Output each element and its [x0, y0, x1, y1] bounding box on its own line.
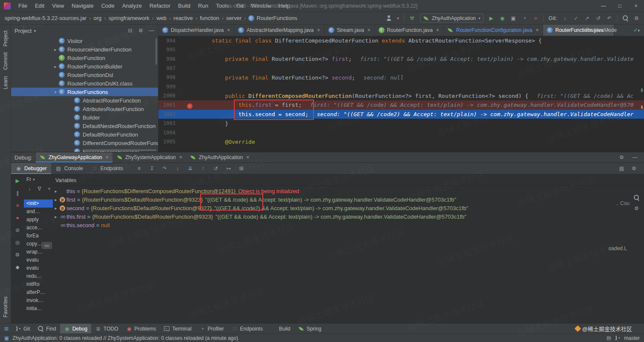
debug-tab-console[interactable]: ▤Console: [51, 163, 87, 174]
sort-icon[interactable]: ↓: [26, 186, 33, 192]
stop-icon[interactable]: ■: [532, 15, 539, 21]
git-branch-label[interactable]: master: [624, 335, 640, 341]
commit-icon[interactable]: ✓: [573, 15, 579, 21]
code-line[interactable]: 1003 }: [158, 119, 644, 128]
line-number[interactable]: 1004: [158, 130, 187, 136]
watches-toggle-badge[interactable]: oo: [42, 242, 52, 249]
breadcrumb-item[interactable]: spring-webflux-5.3.22-sources.jar: [4, 15, 87, 21]
line-number[interactable]: 999: [158, 84, 187, 90]
expand-icon[interactable]: ▸: [52, 206, 60, 211]
tree-item-routerfunctions[interactable]: ▾CRouterFunctions: [11, 88, 158, 96]
debug-tab-endpoints[interactable]: ∷Endpoints: [87, 163, 127, 174]
frames-header[interactable]: Fr ▾: [24, 175, 53, 184]
tree-expand-icon[interactable]: ▸: [52, 64, 59, 69]
settings-icon[interactable]: ⚙: [631, 165, 637, 172]
editor-tab[interactable]: CStream.java×: [325, 25, 375, 36]
profiler-icon[interactable]: ◔: [521, 15, 528, 21]
code-line[interactable]: 1001✓ this.first = first;first: "((GET &…: [158, 100, 644, 110]
menu-file[interactable]: File: [14, 0, 31, 12]
tree-item-routerfunctiondslkt-class[interactable]: CRouterFunctionDslKt.class: [11, 79, 158, 88]
run-icon[interactable]: ▶: [488, 15, 494, 21]
settings-icon[interactable]: ⚙: [633, 15, 640, 21]
debug-session-tab[interactable]: ZhyAuthApplication×: [186, 152, 253, 162]
stop-icon[interactable]: ■: [14, 202, 21, 208]
frame-item[interactable]: <init>: [24, 200, 53, 208]
menu-analyze[interactable]: Analyze: [118, 0, 146, 12]
close-icon[interactable]: ×: [317, 27, 320, 33]
project-panel-title[interactable]: Project: [14, 28, 32, 34]
expand-icon[interactable]: ▸: [52, 214, 60, 219]
hidden-tabs-icon[interactable]: ▾: [638, 28, 644, 33]
step-out-icon[interactable]: ↑: [200, 165, 206, 172]
tree-item-resourcehandlerfunction[interactable]: ▸CResourceHandlerFunction: [11, 45, 158, 54]
variable-row[interactable]: ▸pfirst={RouterFunctions$DefaultRouterFu…: [52, 195, 644, 204]
close-icon[interactable]: ×: [227, 27, 230, 33]
search-icon[interactable]: [633, 194, 640, 201]
settings-icon[interactable]: ⚙: [633, 205, 640, 211]
code-line[interactable]: 997: [158, 64, 644, 73]
debug-settings-icon[interactable]: ⚙: [14, 251, 21, 258]
expand-icon[interactable]: ▸: [52, 197, 60, 202]
toolwindow-button-build[interactable]: Build: [267, 324, 294, 333]
history-icon[interactable]: ↺: [595, 15, 601, 21]
code-line[interactable]: 1002 this.second = second;second: "((GET…: [158, 110, 644, 119]
debug-session-tab[interactable]: ZhyGatewayApplication×: [36, 152, 112, 162]
add-watch-icon[interactable]: +: [46, 186, 52, 192]
search-icon[interactable]: [622, 15, 629, 21]
frame-item[interactable]: forEa: [24, 232, 53, 240]
drop-frame-icon[interactable]: ↺: [213, 165, 219, 172]
evaluate-expression-icon[interactable]: ⊞: [238, 165, 244, 172]
settings-icon[interactable]: ⚙: [618, 154, 625, 161]
close-button[interactable]: ×: [628, 0, 644, 12]
code-line[interactable]: 994static final class DifferentComposedR…: [158, 36, 644, 46]
toolwindow-button-spring[interactable]: Spring: [294, 324, 325, 333]
breadcrumb-item[interactable]: server: [226, 15, 242, 21]
code-editor[interactable]: 994static final class DifferentComposedR…: [158, 36, 644, 147]
tree-item-defaultrouterfunction[interactable]: CDefaultRouterFunction: [11, 130, 158, 139]
toolwindow-quick-access-icon[interactable]: ⊞: [2, 326, 11, 332]
frame-item[interactable]: afterP…: [24, 288, 53, 296]
pin-icon[interactable]: ◆: [14, 264, 21, 270]
code-line[interactable]: 1004: [158, 128, 644, 137]
toolwindow-stripe-project[interactable]: Project: [3, 31, 9, 46]
editor-tab[interactable]: CAbstractHandlerMapping.java×: [234, 25, 324, 36]
tree-item-visitor[interactable]: CVisitor: [11, 37, 158, 45]
menu-build[interactable]: Build: [174, 0, 194, 12]
collapse-all-icon[interactable]: ⊟: [127, 28, 133, 34]
toolwindow-button-find[interactable]: Find: [34, 324, 60, 333]
view-breakpoints-icon[interactable]: ●: [14, 214, 21, 221]
force-step-into-icon[interactable]: ⇊: [187, 165, 193, 172]
tree-item-routerfunction[interactable]: IRouterFunction: [11, 54, 158, 62]
frame-item[interactable]: evalu: [24, 264, 53, 272]
project-vertical-scrollbar[interactable]: [155, 38, 157, 65]
debug-session-tab[interactable]: ZhySystemApplication×: [112, 152, 186, 162]
close-icon[interactable]: ×: [436, 27, 439, 33]
breadcrumb-item[interactable]: reactive: [173, 15, 193, 21]
line-number[interactable]: 1001✓: [158, 102, 187, 108]
hide-icon[interactable]: —: [148, 28, 155, 34]
update-icon[interactable]: ↓: [562, 15, 568, 21]
toolwindow-button-todo[interactable]: ≣TODO: [91, 324, 122, 333]
frame-item[interactable]: apply: [24, 216, 53, 224]
push-icon[interactable]: ↗: [584, 15, 590, 21]
toolwindow-button-problems[interactable]: ◉Problems: [122, 324, 160, 333]
code-line[interactable]: 1000 public DifferentComposedRouterFunct…: [158, 91, 644, 101]
project-horizontal-scrollbar[interactable]: [83, 149, 157, 151]
rollback-icon[interactable]: ↶: [606, 15, 612, 21]
coverage-icon[interactable]: ▣: [510, 15, 517, 21]
inspections-status-icon[interactable]: ✓: [633, 27, 638, 33]
variable-row[interactable]: oothis.second=null: [52, 221, 644, 229]
tree-expand-icon[interactable]: ▸: [52, 47, 59, 52]
build-hammer-icon[interactable]: ⚒: [409, 15, 415, 21]
line-number[interactable]: 997: [158, 66, 187, 71]
breakpoint-icon[interactable]: ✓: [187, 103, 193, 109]
line-number[interactable]: 996: [158, 56, 187, 62]
menu-refactor[interactable]: Refactor: [146, 0, 174, 12]
toolwindow-button-profiler[interactable]: ◔Profiler: [196, 324, 228, 333]
tree-item-routerfunctionbuilder[interactable]: ▸CRouterFunctionBuilder: [11, 62, 158, 71]
menu-view[interactable]: View: [48, 0, 68, 12]
close-icon[interactable]: ×: [368, 27, 371, 33]
mute-breakpoints-icon[interactable]: ⊘: [14, 227, 21, 233]
breadcrumb-item[interactable]: web: [156, 15, 167, 21]
filter-icon[interactable]: ∇: [36, 186, 43, 192]
